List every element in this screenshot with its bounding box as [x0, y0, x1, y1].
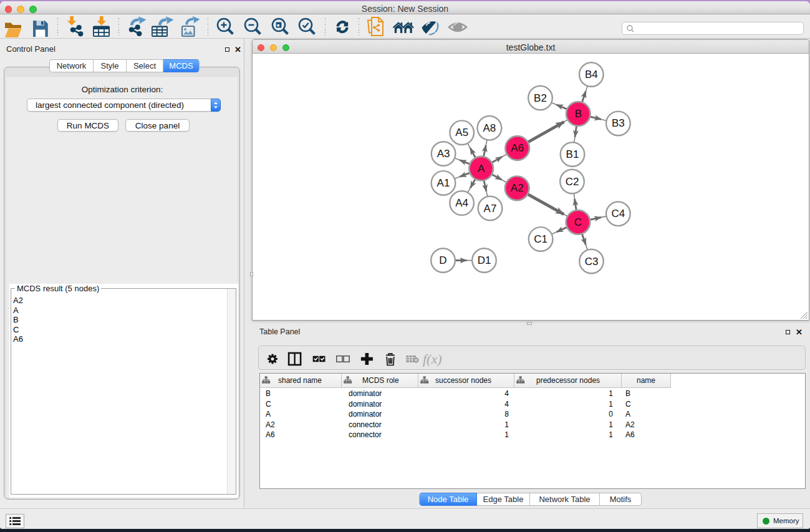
svg-text:C: C	[574, 216, 582, 228]
svg-text:C2: C2	[566, 176, 579, 188]
svg-text:B1: B1	[566, 148, 579, 160]
svg-text:A5: A5	[455, 127, 468, 138]
svg-text:D: D	[439, 254, 446, 266]
svg-text:D1: D1	[478, 254, 491, 266]
svg-text:A: A	[478, 163, 485, 175]
svg-text:A4: A4	[455, 197, 468, 209]
svg-text:f(x): f(x)	[423, 351, 442, 367]
svg-text:A8: A8	[483, 122, 496, 134]
svg-text:A1: A1	[437, 177, 450, 189]
svg-text:A6: A6	[511, 142, 524, 154]
svg-text:A3: A3	[437, 148, 450, 160]
svg-text:A2: A2	[511, 182, 524, 194]
svg-text:C3: C3	[585, 256, 599, 268]
svg-text:B2: B2	[534, 92, 547, 104]
svg-text:C1: C1	[534, 233, 547, 245]
svg-text:A7: A7	[484, 203, 497, 215]
svg-text:B3: B3	[612, 117, 625, 129]
svg-text:B: B	[575, 108, 582, 120]
svg-text:C4: C4	[612, 208, 625, 220]
svg-text:B4: B4	[585, 69, 598, 80]
